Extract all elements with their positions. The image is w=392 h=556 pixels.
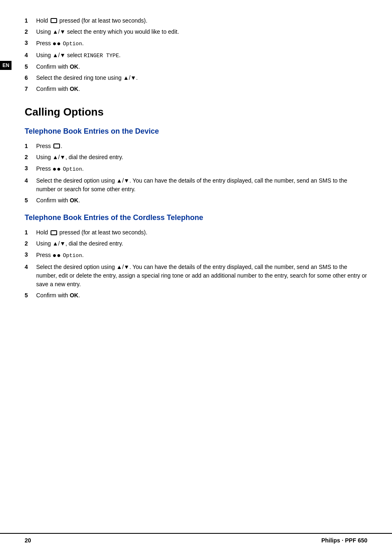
mono-text: Option — [63, 253, 82, 259]
subsection-device-title: Telephone Book Entries on the Device — [25, 127, 367, 136]
intro-steps-list: 1 Hold pressed (for at least two seconds… — [25, 16, 367, 93]
step-number: 3 — [25, 164, 33, 174]
brand-name: Philips · PPF 650 — [321, 537, 367, 544]
ok-label: OK — [70, 292, 78, 299]
mono-text: Option — [63, 166, 82, 172]
phone-icon — [51, 230, 57, 235]
phone-icon — [53, 144, 60, 148]
step-content: Press . — [36, 142, 367, 151]
step-number: 2 — [25, 28, 33, 36]
step-number: 5 — [25, 196, 33, 205]
list-item: 1 Hold pressed (for at least two seconds… — [25, 16, 367, 25]
list-item: 2 Using ▲/▼, dial the desired entry. — [25, 153, 367, 162]
step-content: Select the desired ring tone using ▲/▼. — [36, 74, 367, 82]
step-number: 2 — [25, 239, 33, 248]
step-number: 3 — [25, 250, 33, 260]
list-item: 3 Press ●● Option. — [25, 250, 367, 260]
list-item: 3 Press ●● Option. — [25, 39, 367, 49]
step-content: Press ●● Option. — [36, 164, 367, 174]
step-content: Using ▲/▼, dial the desired entry. — [36, 153, 367, 162]
dots-icon: ●● — [53, 39, 61, 49]
step-number: 4 — [25, 263, 33, 289]
subsection-device: Telephone Book Entries on the Device 1 P… — [25, 127, 367, 205]
list-item: 5 Confirm with OK. — [25, 291, 367, 300]
step-number: 5 — [25, 63, 33, 71]
list-item: 4 Select the desired option using ▲/▼. Y… — [25, 176, 367, 194]
ok-label: OK — [70, 86, 78, 92]
step-number: 3 — [25, 39, 33, 49]
step-content: Select the desired option using ▲/▼. You… — [36, 263, 367, 289]
step-content: Using ▲/▼ select RINGER TYPE. — [36, 51, 367, 60]
list-item: 2 Using ▲/▼, dial the desired entry. — [25, 239, 367, 248]
dots-icon: ●● — [53, 250, 61, 260]
calling-options-title: Calling Options — [25, 106, 367, 118]
step-content: Using ▲/▼ select the entry which you wou… — [36, 28, 367, 36]
mono-text: RINGER TYPE — [84, 53, 119, 59]
subsection-cordless: Telephone Book Entries of the Cordless T… — [25, 213, 367, 300]
step-content: Press ●● Option. — [36, 39, 367, 49]
step-number: 7 — [25, 85, 33, 93]
list-item: 3 Press ●● Option. — [25, 164, 367, 174]
subsection-cordless-steps: 1 Hold pressed (for at least two seconds… — [25, 228, 367, 300]
ok-label: OK — [70, 63, 78, 70]
step-number: 4 — [25, 51, 33, 60]
step-number: 1 — [25, 142, 33, 151]
step-content: Press ●● Option. — [36, 250, 367, 260]
page-number: 20 — [25, 537, 31, 544]
list-item: 1 Press . — [25, 142, 367, 151]
list-item: 7 Confirm with OK. — [25, 85, 367, 93]
step-content: Confirm with OK. — [36, 85, 367, 93]
list-item: 5 Confirm with OK. — [25, 63, 367, 71]
list-item: 1 Hold pressed (for at least two seconds… — [25, 228, 367, 237]
list-item: 2 Using ▲/▼ select the entry which you w… — [25, 28, 367, 36]
step-number: 1 — [25, 16, 33, 25]
subsection-device-steps: 1 Press . 2 Using ▲/▼, dial the desired … — [25, 142, 367, 205]
language-tab: EN — [0, 61, 12, 70]
dots-icon: ●● — [53, 164, 61, 174]
step-number: 6 — [25, 74, 33, 82]
step-number: 5 — [25, 291, 33, 300]
mono-text: Option — [63, 41, 82, 47]
list-item: 6 Select the desired ring tone using ▲/▼… — [25, 74, 367, 82]
page-footer: 20 Philips · PPF 650 — [0, 533, 392, 544]
phone-icon — [51, 18, 57, 23]
step-content: Select the desired option using ▲/▼. You… — [36, 176, 367, 194]
step-number: 2 — [25, 153, 33, 162]
step-content: Confirm with OK. — [36, 196, 367, 205]
page-container: EN 1 Hold pressed (for at least two seco… — [0, 0, 392, 556]
list-item: 4 Using ▲/▼ select RINGER TYPE. — [25, 51, 367, 60]
subsection-cordless-title: Telephone Book Entries of the Cordless T… — [25, 213, 367, 222]
step-content: Hold pressed (for at least two seconds). — [36, 16, 367, 25]
list-item: 5 Confirm with OK. — [25, 196, 367, 205]
calling-options-section: Calling Options Telephone Book Entries o… — [25, 106, 367, 300]
step-content: Using ▲/▼, dial the desired entry. — [36, 239, 367, 248]
ok-label: OK — [70, 197, 78, 204]
step-number: 4 — [25, 176, 33, 194]
step-number: 1 — [25, 228, 33, 237]
step-content: Confirm with OK. — [36, 63, 367, 71]
list-item: 4 Select the desired option using ▲/▼. Y… — [25, 263, 367, 289]
step-content: Hold pressed (for at least two seconds). — [36, 228, 367, 237]
step-content: Confirm with OK. — [36, 291, 367, 300]
